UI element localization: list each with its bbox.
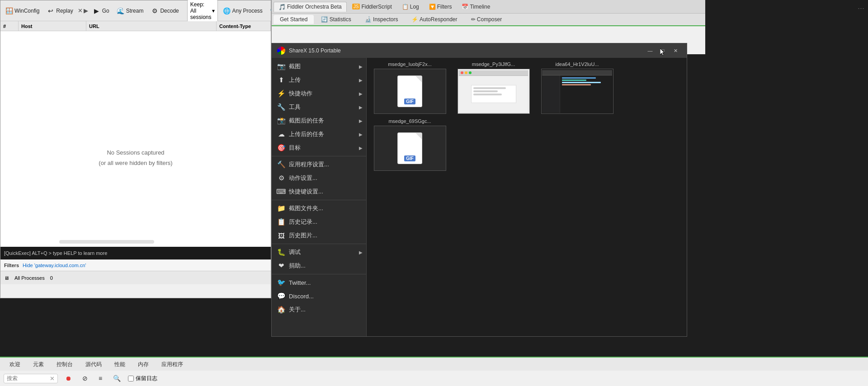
tab-timeline[interactable]: 📅 Timeline xyxy=(457,2,495,11)
inspector-icon: 🔬 xyxy=(365,16,372,23)
search-container[interactable]: ✕ xyxy=(4,374,58,383)
col-content-type: Content-Type xyxy=(217,21,271,31)
devtools-tab-源代码[interactable]: 源代码 xyxy=(80,358,108,371)
menu-icon-donate: ❤ xyxy=(277,262,285,270)
devtools-actions: ✕ ⏺ ⊘ ≡ 🔍 保留日志 xyxy=(0,371,868,386)
menu-item-after-upload[interactable]: ☁ 上传后的任务 ▶ xyxy=(272,127,366,141)
replay-button[interactable]: ↩ Replay xyxy=(44,5,75,16)
devtools-tab-元素[interactable]: 元素 xyxy=(27,358,50,371)
minimize-button[interactable]: — xyxy=(644,46,656,55)
subtab-inspectors[interactable]: 🔬 Inspectors xyxy=(359,15,405,24)
tab-log[interactable]: 📋 Log xyxy=(397,2,424,11)
menu-item-tools[interactable]: 🔧 工具 ▶ xyxy=(272,100,366,114)
submenu-arrow-debug: ▶ xyxy=(359,250,363,255)
menu-item-history-images[interactable]: 🖼 历史图片... xyxy=(272,229,366,242)
thumbnail-label-thumb1: msedge_IuobjF2x... xyxy=(370,61,449,67)
search-input[interactable] xyxy=(7,375,47,381)
clear-search-icon[interactable]: ✕ xyxy=(50,375,55,382)
thumbnail-thumb2[interactable]: msedge_Py3iJlfG... xyxy=(454,61,533,114)
menu-label-history-images: 历史图片... xyxy=(289,231,317,240)
winconfig-button[interactable]: 🪟 WinConfig xyxy=(2,5,42,16)
thumbnail-thumb4[interactable]: msedge_69SGgc... GIF xyxy=(370,118,449,171)
menu-item-quick-actions[interactable]: ⚡ 快捷动作 ▶ xyxy=(272,87,366,100)
replay-icon: ↩ xyxy=(47,7,55,15)
devtools-tab-应用程序[interactable]: 应用程序 xyxy=(156,358,189,371)
subtab-composer[interactable]: ✏ Composer xyxy=(465,15,509,24)
col-url: URL xyxy=(86,21,217,31)
menu-label-about: 关于... xyxy=(289,306,306,314)
menu-item-capture-folder[interactable]: 📁 截图文件夹... xyxy=(272,202,366,215)
close-button[interactable]: ✕ xyxy=(670,46,681,55)
subtab-statistics[interactable]: 🔄 Statistics xyxy=(315,15,357,24)
three-dots-menu[interactable]: ··· xyxy=(858,4,864,13)
go-button[interactable]: ▶ Go xyxy=(90,5,112,16)
stream-button[interactable]: 🌊 Stream xyxy=(114,5,146,16)
devtools-tab-控制台[interactable]: 控制台 xyxy=(51,358,79,371)
menu-item-after-capture[interactable]: 📸 截图后的任务 ▶ xyxy=(272,114,366,127)
maximize-button[interactable]: □ xyxy=(657,46,669,55)
thumbnail-row: msedge_IuobjF2x... GIF msedge_Py3iJlfG..… xyxy=(370,61,683,171)
menu-icon-tools: 🔧 xyxy=(277,103,285,111)
menu-item-history[interactable]: 📋 历史记录... xyxy=(272,215,366,229)
menu-item-twitter[interactable]: 🐦 Twitter... xyxy=(272,276,366,289)
tab-fiddlerscript[interactable]: JS FiddlerScript xyxy=(348,2,396,11)
search-log-icon: 🔍 xyxy=(113,375,121,382)
sharex-logo-icon xyxy=(277,47,285,55)
js-icon: JS xyxy=(352,4,360,9)
dropdown-arrow-icon: ▾ xyxy=(212,8,215,14)
submenu-arrow-quick-actions: ▶ xyxy=(359,91,363,96)
menu-label-after-upload: 上传后的任务 xyxy=(289,130,324,138)
menu-item-debug[interactable]: 🐛 调试 ▶ xyxy=(272,245,366,259)
tab-fiddler-orchestra[interactable]: 🎵 Fiddler Orchestra Beta xyxy=(274,2,347,12)
thumbnail-label-thumb3: idea64_Hr1V2luU... xyxy=(538,61,617,67)
menu-label-destinations: 目标 xyxy=(289,144,301,152)
decode-button[interactable]: ⚙ Decode xyxy=(148,5,181,16)
menu-item-upload[interactable]: ⬆ 上传 ▶ xyxy=(272,73,366,87)
go-icon: ▶ xyxy=(93,7,101,15)
stop-button[interactable]: ⊘ xyxy=(79,373,91,383)
devtools-tab-性能[interactable]: 性能 xyxy=(108,358,131,371)
record-button[interactable]: ⏺ xyxy=(61,373,75,383)
menu-label-after-capture: 截图后的任务 xyxy=(289,117,324,125)
subtab-autoresponder[interactable]: ⚡ AutoResponder xyxy=(405,15,463,24)
menu-icon-app-settings: 🔨 xyxy=(277,160,285,169)
orchestra-icon: 🎵 xyxy=(278,4,286,10)
sharex-window: ShareX 15.0 Portable — □ ✕ 📷 截图 ▶ ⬆ 上传 ▶… xyxy=(271,43,687,337)
sessions-scrollbar[interactable] xyxy=(59,240,154,244)
thumbnail-image-thumb2 xyxy=(458,69,530,114)
menu-item-capture[interactable]: 📷 截图 ▶ xyxy=(272,60,366,73)
thumbnail-image-thumb1: GIF xyxy=(374,69,446,114)
preserve-log-checkbox[interactable] xyxy=(128,376,134,381)
menu-icon-about: 🏠 xyxy=(277,306,285,314)
tab-filters[interactable]: 🔽 Filters xyxy=(425,2,457,11)
col-host: Host xyxy=(19,21,86,31)
fiddler-toolbar: 🪟 WinConfig ↩ Replay ✕ ▶ ▶ Go 🌊 Stream ⚙… xyxy=(0,0,271,21)
thumbnails-area: msedge_IuobjF2x... GIF msedge_Py3iJlfG..… xyxy=(367,58,687,336)
menu-item-discord[interactable]: 💬 Discord... xyxy=(272,289,366,303)
thumbnail-label-thumb4: msedge_69SGgc... xyxy=(370,118,449,124)
filters-icon: 🔽 xyxy=(429,4,436,10)
replay-arrow-icon[interactable]: ▶ xyxy=(84,7,88,14)
search-log-button[interactable]: 🔍 xyxy=(109,373,124,383)
devtools-tabs: 欢迎元素控制台源代码性能内存应用程序 xyxy=(0,358,868,371)
thumbnail-thumb3[interactable]: idea64_Hr1V2luU... xyxy=(538,61,617,114)
menu-item-donate[interactable]: ❤ 捐助... xyxy=(272,259,366,273)
thumbnail-thumb1[interactable]: msedge_IuobjF2x... GIF xyxy=(370,61,449,114)
menu-item-action-settings[interactable]: ⚙ 动作设置... xyxy=(272,171,366,185)
menu-item-app-settings[interactable]: 🔨 应用程序设置... xyxy=(272,158,366,171)
sharex-titlebar: ShareX 15.0 Portable — □ ✕ xyxy=(272,43,687,58)
menu-item-about[interactable]: 🏠 关于... xyxy=(272,303,366,316)
devtools-tab-欢迎[interactable]: 欢迎 xyxy=(4,358,26,371)
subtab-get-started[interactable]: Get Started xyxy=(274,15,314,24)
keep-dropdown[interactable]: Keep: All sessions ▾ xyxy=(187,0,218,22)
any-process-button[interactable]: 🌐 Any Process xyxy=(220,5,265,16)
menu-item-destinations[interactable]: 🎯 目标 ▶ xyxy=(272,141,366,155)
sessions-panel: # Host URL Content-Type No Sessions capt… xyxy=(0,21,271,284)
menu-label-quick-actions: 快捷动作 xyxy=(289,89,312,98)
devtools-tab-内存[interactable]: 内存 xyxy=(132,358,155,371)
menu-item-hotkey-settings[interactable]: ⌨ 快捷键设置... xyxy=(272,185,366,198)
quickexec-bar: [QuickExec] ALT+Q > type HELP to learn m… xyxy=(0,247,271,259)
preserve-log-label[interactable]: 保留日志 xyxy=(128,375,157,382)
filter-button[interactable]: ≡ xyxy=(95,373,106,383)
replay-dropdown-icon[interactable]: ✕ xyxy=(78,7,83,14)
